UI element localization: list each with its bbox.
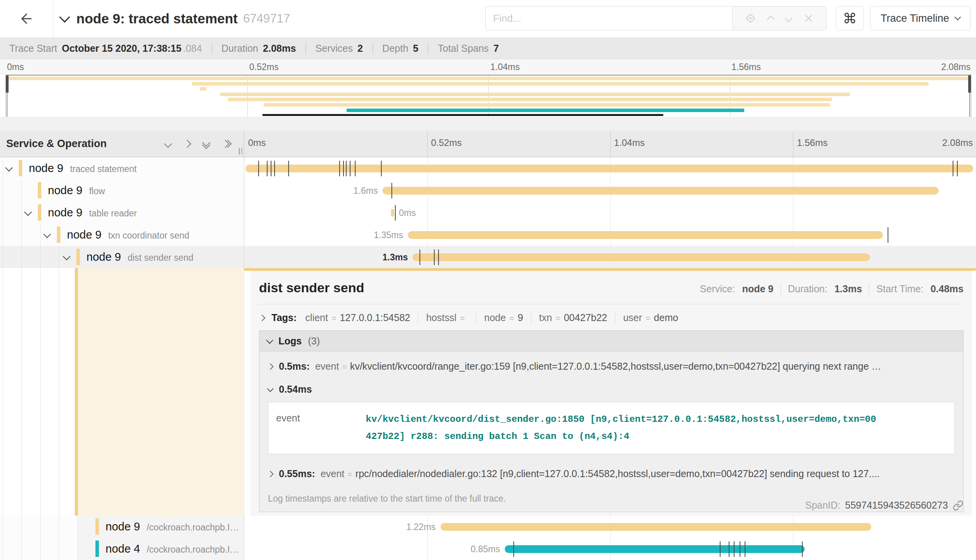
logs-list: 0.5ms: event = kv/kvclient/kvcoord/range…: [259, 351, 963, 512]
find-prev-icon[interactable]: [767, 16, 775, 23]
minimap-span-bar: [220, 93, 850, 96]
span-duration-bar[interactable]: [412, 253, 870, 261]
log-entry-1[interactable]: 0.5ms: event = kv/kvclient/kvcoord/range…: [259, 351, 963, 380]
operation-name: flow: [89, 186, 105, 196]
span-duration-bar[interactable]: [505, 545, 805, 553]
span-duration-bar[interactable]: [382, 187, 939, 195]
collapse-all-icon[interactable]: [203, 140, 209, 148]
trace-minimap[interactable]: [5, 75, 971, 118]
find-input[interactable]: [485, 6, 732, 30]
operation-name: dist sender send: [128, 253, 194, 263]
ruler-tick: 1.04ms: [614, 137, 645, 148]
log-entry-2-header[interactable]: 0.54ms: [259, 380, 963, 400]
log-field-value: kv/kvclient/kvcoord/dist_sender.go:1850 …: [366, 411, 880, 445]
find-clear-icon[interactable]: [803, 13, 814, 23]
span-timeline-cell[interactable]: [244, 157, 976, 179]
locate-icon[interactable]: [745, 13, 756, 24]
logs-header[interactable]: Logs (3): [259, 331, 963, 351]
log-field-key: event: [276, 411, 366, 445]
column-resize-grip[interactable]: [239, 148, 242, 154]
detail-header: dist sender send Service: node 9 Duratio…: [259, 280, 964, 295]
span-timeline-cell[interactable]: 1.22ms: [244, 516, 976, 538]
log-marker-tick: [419, 249, 420, 265]
span-name-cell[interactable]: node 9traced statement: [0, 157, 244, 179]
collapse-children-icon[interactable]: [24, 208, 32, 216]
tag-node: node = 9: [476, 312, 523, 323]
span-name-cell[interactable]: node 4/cockroach.roachpb.I…: [0, 538, 244, 560]
span-duration-bar[interactable]: [440, 523, 872, 531]
span-timeline-cell[interactable]: 1.35ms: [244, 224, 976, 246]
jaeger-trace-page: node 9: traced statement 6749717 ⌘ Trace…: [0, 0, 976, 560]
collapse-children-icon[interactable]: [63, 253, 70, 260]
trace-start-fraction: .084: [183, 43, 202, 54]
log-marker-tick: [355, 161, 356, 176]
minimap-left-scrubber[interactable]: [6, 75, 9, 93]
span-duration-bar[interactable]: [408, 231, 883, 239]
trace-view-dropdown[interactable]: Trace Timeline: [870, 6, 971, 30]
ruler-gridline: [427, 131, 428, 157]
find-next-icon[interactable]: [785, 14, 793, 22]
tags-row[interactable]: Tags: client = 127.0.0.1:54582 hostssl =: [259, 312, 964, 323]
log-marker-tick: [350, 161, 351, 176]
service-color-swatch: [76, 249, 80, 265]
span-row-table-reader[interactable]: node 9table reader 0ms: [0, 202, 976, 224]
service-color-swatch: [95, 518, 99, 535]
minimap-span-bar: [200, 87, 206, 91]
spacer-band: [0, 117, 976, 131]
collapse-trace-chevron-icon[interactable]: [59, 12, 70, 23]
duration-label: Duration:: [788, 283, 827, 295]
expand-tags-icon[interactable]: [259, 314, 266, 321]
span-timeline-cell[interactable]: 0ms: [244, 202, 976, 224]
depth-value: 5: [413, 43, 418, 54]
keyboard-shortcuts-button[interactable]: ⌘: [836, 6, 864, 30]
tag-client: client = 127.0.0.1:54582: [305, 312, 410, 323]
span-timeline-cell[interactable]: 0.85ms: [244, 538, 976, 560]
minimap-right-scrubber[interactable]: [968, 75, 971, 93]
span-duration-bar[interactable]: [391, 209, 394, 217]
back-button[interactable]: [0, 0, 53, 37]
span-name-cell[interactable]: node 9table reader: [0, 202, 244, 224]
log-entry-2-detail: event kv/kvclient/kvcoord/dist_sender.go…: [268, 402, 955, 454]
span-row-traced-statement[interactable]: node 9traced statement: [0, 157, 976, 179]
deep-link-icon[interactable]: [953, 500, 964, 511]
collapse-children-icon[interactable]: [43, 230, 51, 238]
collapse-log-icon: [267, 385, 274, 392]
log-marker-tick: [957, 161, 958, 176]
minimap-span-bar: [228, 98, 832, 101]
expand-one-icon[interactable]: [183, 140, 191, 148]
span-name-cell[interactable]: node 9dist sender send: [0, 246, 244, 268]
log-marker-tick: [258, 161, 259, 176]
find-group: [485, 6, 826, 30]
minimap-span-bar: [264, 103, 830, 107]
span-name-cell[interactable]: node 9/cockroach.roachpb.I…: [0, 516, 244, 538]
span-row-roachpb-node9[interactable]: node 9/cockroach.roachpb.I… 1.22ms: [0, 516, 976, 538]
span-row-dist-sender-send[interactable]: node 9dist sender send 1.3ms: [0, 246, 976, 268]
span-row-flow[interactable]: node 9flow 1.6ms: [0, 179, 976, 202]
minimap-tick-labels: 0ms 0.52ms 1.04ms 1.56ms 2.08ms: [0, 60, 976, 75]
log-entry-3[interactable]: 0.55ms: event = rpc/nodedialer/nodediale…: [259, 459, 963, 487]
page-title: node 9: traced statement: [76, 11, 238, 26]
minimap-viewport-line[interactable]: [262, 114, 663, 116]
log-marker-tick: [734, 541, 735, 557]
span-row-roachpb-node4[interactable]: node 4/cockroach.roachpb.I… 0.85ms: [0, 538, 976, 560]
log-marker-tick: [346, 161, 347, 176]
span-timeline-cell[interactable]: 1.6ms: [244, 179, 976, 202]
expand-log-icon: [267, 470, 274, 477]
span-name-cell[interactable]: node 9flow: [0, 179, 244, 202]
log-marker-tick: [391, 183, 392, 198]
service-value: node 9: [742, 283, 773, 295]
log-marker-tick: [802, 541, 803, 557]
span-timeline-cell[interactable]: 1.3ms: [244, 246, 976, 268]
collapse-one-icon[interactable]: [164, 140, 172, 148]
trace-start-label: Trace Start: [9, 43, 57, 54]
log-marker-tick: [745, 541, 745, 557]
span-name-cell[interactable]: node 9txn coordinator send: [0, 224, 244, 246]
minimap-tick: 0ms: [7, 62, 24, 72]
collapse-children-icon[interactable]: [5, 164, 13, 172]
service-operation-header: Service & Operation: [0, 131, 244, 157]
services-item: Services 2: [305, 43, 372, 54]
timeline-header-row: Service & Operation 0ms 0.52ms 1.04ms 1.…: [0, 131, 976, 157]
start-time-value: 0.48ms: [930, 283, 964, 295]
expand-all-icon[interactable]: [222, 141, 231, 147]
span-row-txn-coordinator-send[interactable]: node 9txn coordinator send 1.35ms: [0, 224, 976, 246]
